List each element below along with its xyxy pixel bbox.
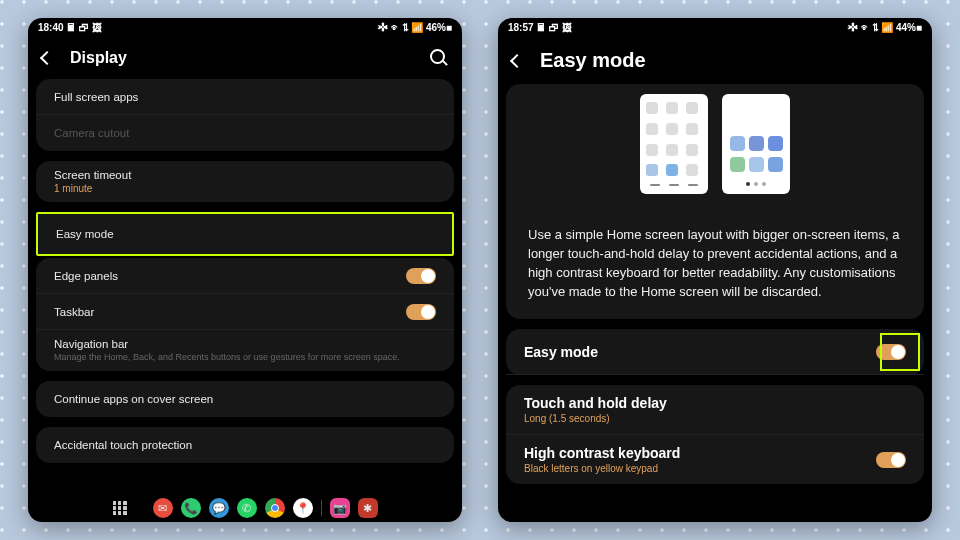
- page-title: Display: [70, 49, 127, 67]
- row-screen-timeout[interactable]: Screen timeout 1 minute: [36, 161, 454, 202]
- mail-icon[interactable]: ✉: [153, 498, 173, 518]
- row-sublabel: Black letters on yellow keypad: [524, 463, 876, 474]
- row-label: Screen timeout: [54, 169, 436, 181]
- row-navigation-bar[interactable]: Navigation bar Manage the Home, Back, an…: [36, 330, 454, 371]
- row-label: Edge panels: [54, 270, 406, 282]
- apps-grid-icon[interactable]: [113, 501, 127, 515]
- row-easy-mode[interactable]: Easy mode: [506, 329, 924, 375]
- status-right-icons: ✲ ᯤ ⇅ 📶 44%■: [848, 22, 922, 33]
- card-group: Edge panels Taskbar Navigation bar Manag…: [36, 258, 454, 371]
- row-label: High contrast keyboard: [524, 445, 876, 461]
- divider: [321, 500, 322, 516]
- row-taskbar[interactable]: Taskbar: [36, 294, 454, 330]
- app-icon[interactable]: ✱: [358, 498, 378, 518]
- clock: 18:57: [508, 22, 534, 33]
- dock-taskbar[interactable]: ✉ 📞 💬 ✆ 📍 📷 ✱: [28, 492, 462, 522]
- row-label: Taskbar: [54, 306, 406, 318]
- row-touch-hold-delay[interactable]: Touch and hold delay Long (1.5 seconds): [506, 385, 924, 435]
- row-sublabel: Long (1.5 seconds): [524, 413, 906, 424]
- back-icon[interactable]: [512, 52, 530, 70]
- row-label: Accidental touch protection: [54, 439, 436, 451]
- row-label: Easy mode: [56, 228, 434, 240]
- card-group: Continue apps on cover screen: [36, 381, 454, 417]
- description-text: Use a simple Home screen layout with big…: [506, 210, 924, 319]
- row-label: Navigation bar: [54, 338, 436, 350]
- preview-home-grid: [640, 94, 708, 194]
- toggle-easy-mode[interactable]: [876, 344, 906, 360]
- preview-easy-home: [722, 94, 790, 194]
- status-right-icons: ✲ ᯤ ⇅ 📶 46%■: [378, 22, 452, 33]
- row-full-screen-apps[interactable]: Full screen apps: [36, 79, 454, 115]
- right-screenshot: 18:57 🖩 🗗 🖼 ✲ ᯤ ⇅ 📶 44%■ Easy mode: [498, 18, 932, 522]
- row-accidental-touch[interactable]: Accidental touch protection: [36, 427, 454, 463]
- row-camera-cutout: Camera cutout: [36, 115, 454, 151]
- back-icon[interactable]: [42, 49, 60, 67]
- status-bar: 18:40 🖩 🗗 🖼 ✲ ᯤ ⇅ 📶 46%■: [28, 18, 462, 35]
- row-easy-mode-highlighted[interactable]: Easy mode: [36, 212, 454, 256]
- toggle-high-contrast[interactable]: [876, 452, 906, 468]
- maps-icon[interactable]: 📍: [293, 498, 313, 518]
- preview-card: [506, 84, 924, 210]
- header: Display: [28, 35, 462, 79]
- clock: 18:40: [38, 22, 64, 33]
- row-edge-panels[interactable]: Edge panels: [36, 258, 454, 294]
- row-label: Continue apps on cover screen: [54, 393, 436, 405]
- status-left-icons: 🖩 🗗 🖼: [536, 22, 572, 33]
- row-sublabel: 1 minute: [54, 183, 436, 194]
- status-bar: 18:57 🖩 🗗 🖼 ✲ ᯤ ⇅ 📶 44%■: [498, 18, 932, 35]
- card-group: Full screen apps Camera cutout: [36, 79, 454, 151]
- toggle-edge-panels[interactable]: [406, 268, 436, 284]
- card-group: Accidental touch protection: [36, 427, 454, 463]
- row-label: Easy mode: [524, 344, 876, 360]
- row-sublabel: Manage the Home, Back, and Recents butto…: [54, 352, 436, 363]
- card-group: Screen timeout 1 minute: [36, 161, 454, 202]
- whatsapp-icon[interactable]: ✆: [237, 498, 257, 518]
- toggle-taskbar[interactable]: [406, 304, 436, 320]
- search-icon: [430, 49, 445, 64]
- settings-list[interactable]: Full screen apps Camera cutout Screen ti…: [28, 79, 462, 492]
- header: Easy mode: [498, 35, 932, 84]
- row-continue-apps[interactable]: Continue apps on cover screen: [36, 381, 454, 417]
- card-easy-mode-toggle: Easy mode: [506, 329, 924, 375]
- row-high-contrast-keyboard[interactable]: High contrast keyboard Black letters on …: [506, 435, 924, 484]
- left-screenshot: 18:40 🖩 🗗 🖼 ✲ ᯤ ⇅ 📶 46%■ Display Full sc…: [28, 18, 462, 522]
- row-label: Full screen apps: [54, 91, 436, 103]
- row-label: Touch and hold delay: [524, 395, 906, 411]
- card-group: Touch and hold delay Long (1.5 seconds) …: [506, 385, 924, 484]
- row-label: Camera cutout: [54, 127, 436, 139]
- status-left-icons: 🖩 🗗 🖼: [66, 22, 102, 33]
- page-title: Easy mode: [540, 49, 646, 72]
- camera-icon[interactable]: 📷: [330, 498, 350, 518]
- search-button[interactable]: [430, 49, 448, 67]
- phone-icon[interactable]: 📞: [181, 498, 201, 518]
- chrome-icon[interactable]: [265, 498, 285, 518]
- messages-icon[interactable]: 💬: [209, 498, 229, 518]
